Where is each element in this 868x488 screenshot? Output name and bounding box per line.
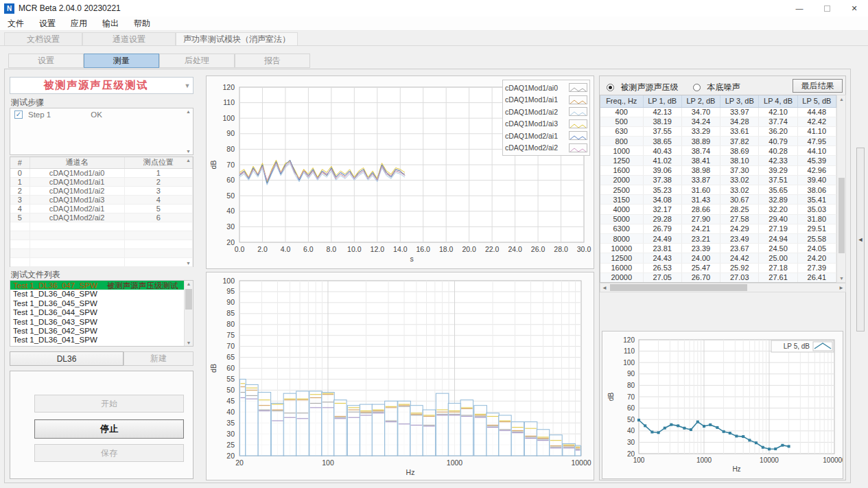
table-row[interactable]: 315034.0831.4330.6732.8935.41 (600, 195, 836, 205)
channel-table-scrollbar[interactable]: ▲▼ (185, 158, 192, 266)
svg-text:80: 80 (226, 320, 235, 328)
file-list-scrollbar[interactable]: ▲ ▼ (184, 281, 193, 346)
dl36-button[interactable]: DL36 (10, 351, 124, 366)
table-row[interactable]: 5cDAQ1Mod2/ai26 (10, 213, 193, 222)
scroll-up-icon[interactable]: ▲ (186, 158, 191, 163)
sub-tab-3[interactable]: 后处理 (159, 54, 235, 68)
list-item[interactable]: Test 1_DL36_047_SPW被测声源声压级测试 (10, 281, 193, 290)
scrollbar-thumb[interactable] (838, 178, 845, 253)
main-tab-1[interactable]: 文档设置 (4, 32, 82, 45)
svg-text:40: 40 (627, 427, 635, 434)
list-item[interactable]: Test 1_DL36_044_SPW (10, 308, 193, 317)
scroll-up-icon[interactable]: ▲ (185, 281, 193, 286)
radio-source[interactable]: 被测声源声压级 (607, 80, 678, 93)
column-header[interactable]: LP 2, dB (681, 95, 720, 107)
scrollbar-thumb[interactable] (185, 289, 192, 310)
sub-tab-2[interactable]: 测量 (84, 54, 159, 68)
scroll-up-icon[interactable]: ▲ (186, 109, 191, 114)
table-row[interactable]: 4cDAQ1Mod2/ai15 (10, 204, 193, 213)
radio-noise[interactable]: 本底噪声 (693, 80, 740, 93)
main-tab-3[interactable]: 声功率测试模块（消声室法） (176, 32, 298, 45)
menu-item-应用[interactable]: 应用 (63, 18, 95, 30)
list-item[interactable]: Test 1_DL36_042_SPW (10, 327, 193, 336)
column-header[interactable]: LP 1, dB (643, 95, 681, 107)
test-type-combobox[interactable]: 被测声源声压级测试 ▼ (10, 77, 193, 94)
maximize-button[interactable] (813, 0, 841, 16)
sub-tab-1[interactable]: 设置 (8, 54, 84, 68)
table-row[interactable]: 50038.1934.2434.2837.7442.42 (600, 117, 836, 126)
table-row[interactable]: 1250024.4324.0024.4225.0024.20 (600, 253, 836, 263)
list-item[interactable]: Test 1_DL36_046_SPW (10, 290, 193, 299)
list-item[interactable]: Test 1_DL36_043_SPW (10, 318, 193, 327)
table-row[interactable]: 63037.5533.2933.6136.2041.10 (600, 126, 836, 136)
minimize-button[interactable]: — (786, 0, 813, 16)
scroll-down-icon[interactable]: ▼ (186, 149, 191, 154)
level-table-vscrollbar[interactable]: ▲ ▼ (836, 95, 846, 283)
scroll-down-icon[interactable]: ▼ (185, 340, 193, 345)
table-row[interactable]: 1000023.8123.3923.6724.5024.05 (600, 244, 836, 253)
cell: 24.50 (759, 244, 797, 253)
menu-item-文件[interactable]: 文件 (0, 18, 32, 30)
svg-text:26.0: 26.0 (531, 245, 546, 253)
scroll-left-icon[interactable]: ◄ (602, 285, 607, 291)
scroll-down-icon[interactable]: ▼ (186, 261, 191, 266)
level-table[interactable]: Freq., HzLP 1, dBLP 2, dBLP 3, dBLP 4, d… (600, 95, 836, 283)
column-header[interactable]: LP 5, dB (797, 95, 836, 107)
svg-text:40: 40 (226, 207, 235, 215)
table-row[interactable]: 1600026.5325.4725.9227.1827.39 (600, 263, 836, 272)
menu-item-帮助[interactable]: 帮助 (126, 18, 158, 30)
file-name: Test 1_DL36_044_SPW (13, 308, 97, 316)
table-row-empty (10, 257, 193, 266)
cell: 32.20 (759, 205, 797, 214)
steps-list[interactable]: ▲▼ ✓Step 1OK (10, 108, 193, 155)
column-header[interactable]: LP 4, dB (759, 95, 797, 107)
svg-text:60: 60 (226, 176, 235, 184)
table-row[interactable]: 40042.1334.7033.9742.1044.48 (600, 107, 836, 117)
main-tab-2[interactable]: 通道设置 (82, 32, 176, 45)
table-row[interactable]: 2cDAQ1Mod1/ai23 (10, 186, 193, 195)
table-row[interactable]: 100040.4338.7438.6940.2844.10 (600, 146, 836, 156)
steps-scrollbar[interactable]: ▲▼ (185, 109, 192, 154)
level-table-hscrollbar[interactable]: ◄ ► (600, 283, 846, 292)
table-row[interactable]: 630026.7924.2124.2927.1929.51 (600, 224, 836, 233)
channel-table[interactable]: #通道名测点位置0cDAQ1Mod1/ai011cDAQ1Mod1/ai122c… (10, 156, 193, 267)
final-result-button[interactable]: 最后结果 (793, 79, 843, 93)
table-row[interactable]: 2000027.0526.7027.0327.6126.41 (600, 272, 836, 282)
column-header[interactable]: LP 3, dB (720, 95, 759, 107)
sub-tab-4[interactable]: 报告 (235, 54, 310, 68)
table-row[interactable]: 500029.2827.9027.5829.4031.80 (600, 214, 836, 224)
legend-entry: cDAQ1Mod2/ai1 (505, 130, 587, 142)
table-row[interactable]: 250035.2331.6033.0235.6538.06 (600, 185, 836, 195)
cell: cDAQ1Mod2/ai1 (30, 204, 124, 213)
table-row[interactable]: 800024.4923.2123.4924.9425.58 (600, 233, 836, 243)
new-button[interactable]: 新建 (124, 351, 193, 366)
list-item[interactable]: Test 1_DL36_045_SPW (10, 299, 193, 308)
menu-item-设置[interactable]: 设置 (32, 18, 63, 30)
table-row[interactable]: 0cDAQ1Mod1/ai01 (10, 168, 193, 177)
start-button[interactable]: 开始 (34, 395, 184, 413)
table-row[interactable]: 125041.0238.4138.1042.3345.39 (600, 156, 836, 165)
scroll-down-icon[interactable]: ▼ (839, 276, 844, 281)
table-row[interactable]: 1cDAQ1Mod1/ai12 (10, 177, 193, 186)
save-button[interactable]: 保存 (34, 444, 184, 462)
menu-item-输出[interactable]: 输出 (95, 18, 126, 30)
stop-button[interactable]: 停止 (34, 419, 184, 439)
svg-text:4.0: 4.0 (281, 245, 291, 253)
table-row[interactable]: 3cDAQ1Mod1/ai34 (10, 195, 193, 204)
table-row-empty (10, 231, 193, 240)
test-file-list[interactable]: Test 1_DL36_047_SPW被测声源声压级测试Test 1_DL36_… (10, 280, 193, 347)
table-row[interactable]: 160039.0638.9837.3039.2942.96 (600, 165, 836, 175)
close-button[interactable]: ✕ (841, 0, 868, 16)
scrollbar-thumb[interactable] (610, 284, 747, 291)
table-row[interactable]: 200037.3833.8733.0237.5139.40 (600, 175, 836, 185)
panel-collapse-handle[interactable]: ◄ (856, 148, 865, 332)
scroll-up-icon[interactable]: ▲ (839, 97, 844, 102)
column-header[interactable]: Freq., Hz (600, 95, 643, 107)
list-item[interactable]: Test 1_DL36_041_SPW (10, 336, 193, 345)
scroll-right-icon[interactable]: ► (838, 285, 844, 291)
cell: 42.96 (797, 165, 836, 175)
checkbox-checked-icon[interactable]: ✓ (14, 111, 23, 119)
step-row[interactable]: ✓Step 1OK (10, 108, 193, 120)
table-row[interactable]: 80038.6538.8937.8240.7947.95 (600, 137, 836, 146)
table-row[interactable]: 400032.1728.6628.2532.2035.03 (600, 205, 836, 214)
